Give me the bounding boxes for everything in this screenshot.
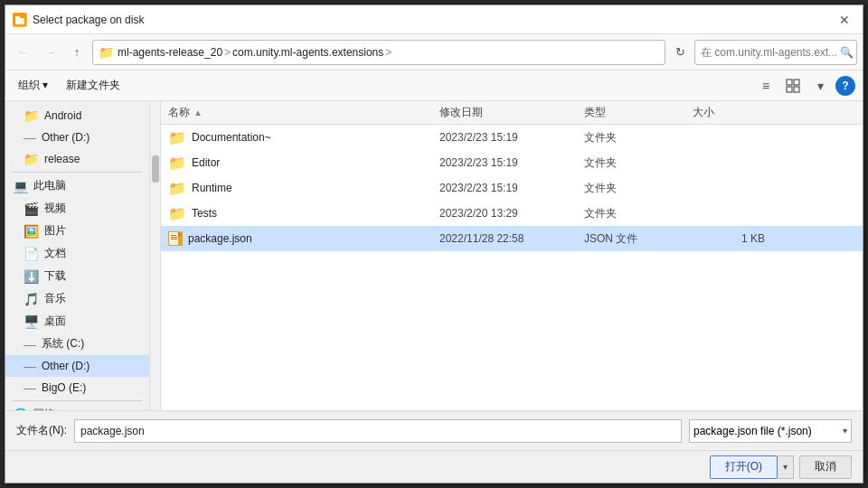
action-bar: 打开(O) ▾ 取消	[5, 450, 863, 483]
filename-input[interactable]	[74, 419, 682, 443]
sidebar-item-label: BigO (E:)	[42, 381, 86, 394]
file-date-cell: 2023/2/23 15:19	[439, 182, 584, 194]
table-row[interactable]: 📁 Tests 2023/2/20 13:29 文件夹	[161, 201, 863, 226]
col-name-header[interactable]: 名称 ▲	[168, 105, 439, 120]
sidebar-item-system-c[interactable]: — 系统 (C:)	[5, 333, 149, 355]
system-c-icon: —	[24, 337, 36, 352]
open-button[interactable]: 打开(O)	[710, 455, 778, 479]
svg-rect-9	[171, 235, 176, 236]
refresh-button[interactable]: ↻	[669, 42, 691, 63]
filetype-value: package.json file (*.json)	[693, 425, 812, 437]
file-type-cell: 文件夹	[584, 155, 693, 171]
sidebar-divider	[13, 172, 142, 173]
pictures-icon: 🖼️	[24, 224, 39, 239]
preview-view-button[interactable]: ▾	[808, 74, 832, 98]
breadcrumb-child: com.unity.ml-agents.extensions	[232, 46, 383, 59]
col-type-header[interactable]: 类型	[584, 105, 693, 120]
file-date-cell: 2023/2/23 15:19	[439, 131, 584, 144]
address-bar[interactable]: 📁 ml-agents-release_20 > com.unity.ml-ag…	[92, 40, 665, 65]
sidebar-item-label: 桌面	[44, 314, 66, 329]
up-button[interactable]: ↑	[65, 41, 89, 64]
folder-icon: 📁	[168, 155, 186, 172]
breadcrumb-root: ml-agents-release_20	[118, 46, 222, 59]
breadcrumb: ml-agents-release_20 > com.unity.ml-agen…	[118, 46, 392, 59]
sidebar-item-bigo-e[interactable]: — BigO (E:)	[5, 377, 149, 399]
sidebar-item-android[interactable]: 📁 Android	[5, 105, 149, 127]
sidebar-item-network[interactable]: 🌐 网络	[5, 403, 149, 410]
detail-view-button[interactable]	[781, 74, 805, 98]
svg-rect-5	[787, 87, 792, 92]
file-name-cell: 📁 Tests	[168, 205, 439, 222]
file-name-cell: 📁 Documentation~	[168, 129, 439, 146]
col-date-header[interactable]: 修改日期	[439, 105, 584, 120]
file-area: 名称 ▲ 修改日期 类型 大小 📁 Documentation~ 2023/2/…	[161, 101, 863, 410]
table-row[interactable]: 📁 Documentation~ 2023/2/23 15:19 文件夹	[161, 125, 863, 150]
search-box[interactable]: 🔍	[694, 40, 857, 65]
forward-button[interactable]: →	[38, 41, 61, 64]
sidebar-item-documents[interactable]: 📄 文档	[5, 242, 149, 265]
table-row[interactable]: 📁 Editor 2023/2/23 15:19 文件夹	[161, 150, 863, 175]
svg-rect-4	[794, 80, 799, 85]
filetype-dropdown-arrow-icon: ▾	[843, 426, 847, 436]
svg-rect-2	[15, 16, 20, 19]
sidebar: 📁 Android — Other (D:) 📁 release 💻 此电脑	[5, 101, 150, 410]
organize-button[interactable]: 组织 ▾	[13, 76, 53, 95]
file-list: 📁 Documentation~ 2023/2/23 15:19 文件夹 📁 E…	[161, 125, 863, 410]
table-row[interactable]: 📁 Runtime 2023/2/23 15:19 文件夹	[161, 175, 863, 201]
search-icon: 🔍	[840, 46, 854, 59]
folder-icon: 📁	[168, 205, 186, 222]
svg-rect-3	[787, 80, 792, 85]
table-row[interactable]: package.json 2022/11/28 22:58 JSON 文件 1 …	[161, 226, 863, 251]
sidebar-item-label: release	[44, 153, 80, 165]
dialog: Select package on disk ✕ ← → ↑ 📁 ml-agen…	[5, 5, 863, 483]
list-view-button[interactable]: ≡	[754, 74, 778, 98]
sidebar-item-this-pc[interactable]: 💻 此电脑	[5, 174, 149, 197]
sidebar-divider2	[13, 400, 142, 401]
title-bar: Select package on disk ✕	[5, 5, 863, 34]
close-button[interactable]: ✕	[834, 9, 855, 31]
bigo-e-icon: —	[24, 380, 36, 395]
sidebar-item-other-d[interactable]: — Other (D:)	[5, 127, 149, 148]
cancel-button[interactable]: 取消	[799, 455, 852, 479]
sidebar-scrollbar-thumb	[152, 155, 159, 183]
file-date-cell: 2023/2/23 15:19	[439, 156, 584, 169]
sidebar-item-label: 图片	[44, 223, 66, 239]
file-name-cell: 📁 Runtime	[168, 180, 439, 197]
dialog-title: Select package on disk	[33, 14, 144, 26]
file-type-cell: 文件夹	[584, 206, 693, 221]
sidebar-item-pictures[interactable]: 🖼️ 图片	[5, 220, 149, 242]
sidebar-item-music[interactable]: 🎵 音乐	[5, 287, 149, 310]
col-size-header[interactable]: 大小	[693, 105, 765, 120]
search-input[interactable]	[701, 46, 836, 59]
svg-rect-1	[15, 18, 24, 24]
sidebar-item-video[interactable]: 🎬 视频	[5, 197, 149, 220]
sort-indicator: ▲	[193, 108, 203, 117]
folder-icon: 📁	[168, 180, 186, 197]
network-icon: 🌐	[13, 408, 28, 411]
other-d2-icon: —	[24, 359, 36, 373]
sidebar-item-desktop[interactable]: 🖥️ 桌面	[5, 310, 149, 333]
open-dropdown-button[interactable]: ▾	[778, 455, 794, 479]
file-date-cell: 2022/11/28 22:58	[439, 232, 584, 245]
file-type-cell: JSON 文件	[584, 231, 693, 247]
svg-rect-6	[794, 87, 799, 92]
svg-rect-10	[171, 237, 178, 238]
breadcrumb-sep1: >	[224, 46, 231, 59]
help-button[interactable]: ?	[835, 76, 855, 96]
sidebar-scrollbar[interactable]	[150, 101, 161, 410]
secondary-toolbar: 组织 ▾ 新建文件夹 ≡ ▾ ?	[5, 70, 863, 101]
address-folder-icon: 📁	[99, 45, 114, 60]
view-options: ≡ ▾ ?	[754, 74, 855, 98]
new-folder-button[interactable]: 新建文件夹	[61, 76, 126, 95]
file-name-cell: package.json	[168, 231, 439, 246]
documents-icon: 📄	[24, 247, 39, 261]
address-toolbar: ← → ↑ 📁 ml-agents-release_20 > com.unity…	[5, 34, 863, 70]
sidebar-item-other-d2[interactable]: — Other (D:)	[5, 355, 149, 377]
file-type-cell: 文件夹	[584, 130, 693, 145]
filetype-select[interactable]: package.json file (*.json) ▾	[689, 419, 852, 443]
sidebar-item-downloads[interactable]: ⬇️ 下载	[5, 265, 149, 287]
android-folder-icon: 📁	[24, 108, 39, 123]
sidebar-item-release[interactable]: 📁 release	[5, 148, 149, 170]
json-file-icon	[168, 231, 183, 246]
back-button[interactable]: ←	[11, 41, 34, 64]
